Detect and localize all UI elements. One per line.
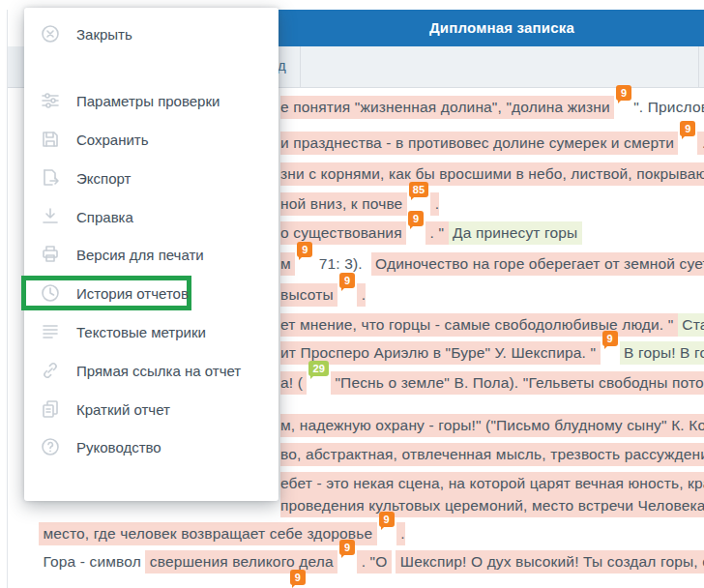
- download-icon: [40, 206, 61, 227]
- report-line: о существования 9 . " Да принесут горы: [280, 221, 582, 245]
- report-line: м, надежную охрану - горы!" ("Письмо блу…: [280, 414, 704, 437]
- source-count-badge[interactable]: 9: [339, 540, 355, 555]
- report-viewer: Дипломная записка д е понятия "жизненная…: [0, 0, 704, 588]
- menu-item-close[interactable]: Закрыть: [24, 16, 279, 51]
- match-highlight: во, абстрактная, отвлеченная мысль, трез…: [280, 443, 704, 466]
- report-menu: ЗакрытьПараметры проверкиСохранитьЭкспор…: [24, 8, 279, 501]
- source-count-badge[interactable]: 9: [290, 570, 306, 585]
- report-line: е понятия "жизненная долина", "долина жи…: [280, 96, 704, 119]
- copy-icon: [40, 398, 61, 420]
- match-highlight: Шекспир! О дух высокий! Ты создал горы, …: [396, 550, 704, 573]
- report-line: и празднества - в противовес долине суме…: [280, 132, 704, 155]
- menu-item-save[interactable]: Сохранить: [24, 122, 279, 157]
- match-highlight: . "О: [357, 550, 392, 573]
- quote-highlight: В горы! В горы!: [620, 341, 704, 365]
- report-line: высоты 9 .: [280, 283, 366, 307]
- plain-text: Гора - символ: [39, 550, 145, 573]
- match-highlight: а! (: [280, 371, 307, 395]
- match-highlight: . ": [425, 221, 448, 245]
- menu-item-direct-link[interactable]: Прямая ссылка на отчет: [24, 353, 279, 388]
- menu-item-label: Параметры проверки: [76, 93, 220, 109]
- report-line: ит Просперо Ариэлю в "Буре" У. Шекспира.…: [280, 341, 704, 365]
- question-icon: [40, 436, 61, 457]
- match-highlight: "Песнь о земле" В. Пола). "Гельветы своб…: [331, 371, 704, 395]
- match-highlight: ебет - это некая сцена, на которой царят…: [280, 472, 704, 495]
- report-line: зни с корнями, как бы вросшими в небо, л…: [280, 162, 704, 186]
- match-highlight: м, надежную охрану - горы!" ("Письмо блу…: [280, 414, 704, 437]
- match-highlight: ет мнение, что горцы - самые свободолюби…: [280, 313, 678, 337]
- source-count-badge[interactable]: 9: [680, 121, 695, 136]
- match-highlight: Одиночество на горе оберегает от земной …: [371, 252, 704, 276]
- source-count-badge[interactable]: 9: [379, 512, 395, 527]
- match-highlight: ной вниз, к почве: [280, 192, 407, 216]
- match-highlight: .: [357, 283, 366, 307]
- report-line: Гора - символ свершения великого дела 9 …: [39, 550, 704, 573]
- link-icon: [40, 360, 61, 381]
- close-icon: [40, 23, 61, 44]
- source-count-badge[interactable]: 9: [616, 85, 631, 101]
- source-count-badge[interactable]: 9: [602, 331, 618, 346]
- quote-highlight: Да принесут горы: [449, 221, 582, 245]
- menu-item-export[interactable]: Экспорт: [24, 161, 279, 195]
- match-highlight: зни с корнями, как бы вросшими в небо, л…: [280, 162, 704, 186]
- menu-item-label: Экспорт: [76, 170, 131, 187]
- match-highlight: место, где человек возвращает себе здоро…: [39, 522, 377, 545]
- menu-item-label: Краткий отчет: [76, 401, 170, 418]
- menu-item-label: Текстовые метрики: [76, 324, 206, 340]
- metrics-icon: [40, 321, 61, 342]
- source-count-badge[interactable]: 9: [339, 273, 355, 288]
- menu-item-label: Руководство: [76, 439, 161, 456]
- save-icon: [40, 129, 61, 150]
- clock-icon: [40, 282, 61, 304]
- menu-item-print-version[interactable]: Версия для печати: [24, 237, 279, 272]
- source-count-badge[interactable]: 9: [297, 242, 312, 257]
- menu-item-check-settings[interactable]: Параметры проверки: [24, 83, 279, 118]
- match-highlight: и празднества - в противовес долине суме…: [280, 132, 678, 155]
- menu-item-label: История отчетов: [76, 285, 189, 302]
- match-highlight: м: [280, 252, 295, 276]
- match-highlight: высоты: [280, 283, 337, 307]
- match-highlight: .: [430, 192, 439, 216]
- menu-item-label: Справка: [76, 209, 133, 225]
- menu-item-text-metrics[interactable]: Текстовые метрики: [24, 314, 279, 349]
- match-highlight: проведения культовых церемоний, место вс…: [280, 494, 704, 517]
- match-highlight: ит Просперо Ариэлю в "Буре" У. Шекспира.…: [280, 341, 601, 365]
- quote-highlight: Станешь: [678, 313, 704, 337]
- menu-item-label: Прямая ссылка на отчет: [76, 363, 241, 379]
- report-line: во, абстрактная, отвлеченная мысль, трез…: [280, 443, 704, 466]
- menu-item-label: Сохранить: [76, 132, 149, 148]
- export-icon: [40, 167, 61, 189]
- menu-item-label: Версия для печати: [76, 247, 204, 263]
- match-highlight: .: [697, 132, 704, 155]
- match-highlight: свершения великого дела: [145, 550, 337, 573]
- menu-item-report-history[interactable]: История отчетов: [21, 276, 191, 310]
- printer-icon: [40, 244, 61, 265]
- menu-item-label: Закрыть: [76, 26, 132, 43]
- match-highlight: .: [396, 522, 405, 545]
- report-line: ет мнение, что горцы - самые свободолюби…: [280, 313, 704, 337]
- menu-item-brief-report[interactable]: Краткий отчет: [24, 392, 279, 426]
- menu-item-help[interactable]: Справка: [24, 199, 279, 234]
- source-count-badge[interactable]: 29: [308, 361, 329, 376]
- source-count-badge[interactable]: 9: [408, 211, 424, 226]
- source-count-badge[interactable]: 85: [409, 182, 429, 197]
- menu-item-guide[interactable]: Руководство: [24, 429, 279, 464]
- report-line: 9: [39, 580, 308, 588]
- report-line: а! ( 29 "Песнь о земле" В. Пола). "Гельв…: [280, 371, 704, 395]
- plain-text: ". Присловье: "Гора родила: [633, 96, 704, 119]
- match-highlight: е понятия "жизненная долина", "долина жи…: [280, 96, 614, 119]
- report-line: ебет - это некая сцена, на которой царят…: [280, 472, 704, 495]
- sliders-icon: [40, 90, 61, 111]
